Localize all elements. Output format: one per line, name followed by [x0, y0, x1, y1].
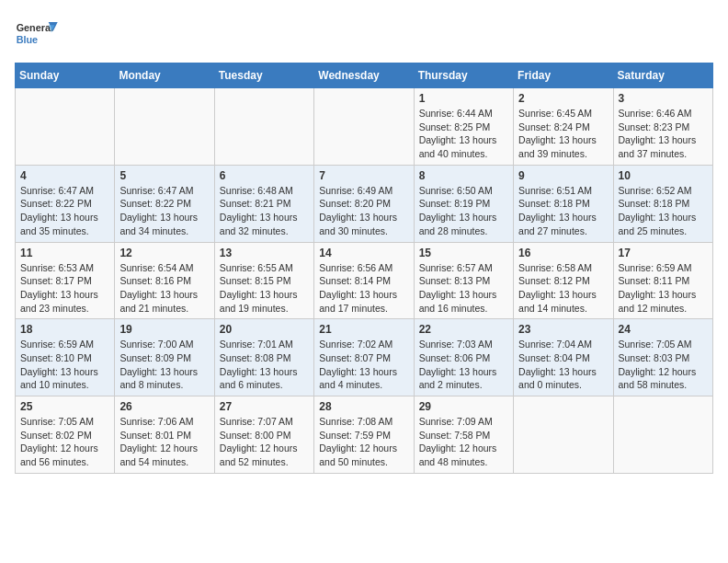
calendar-cell: 21Sunrise: 7:02 AMSunset: 8:07 PMDayligh… [314, 319, 414, 396]
day-number: 8 [419, 169, 508, 182]
day-info: Sunrise: 6:53 AMSunset: 8:17 PMDaylight:… [20, 261, 109, 316]
calendar-cell: 8Sunrise: 6:50 AMSunset: 8:19 PMDaylight… [414, 165, 513, 242]
day-number: 24 [619, 323, 708, 336]
calendar-cell: 27Sunrise: 7:07 AMSunset: 8:00 PMDayligh… [214, 396, 313, 474]
day-number: 15 [419, 247, 508, 259]
day-info: Sunrise: 6:48 AMSunset: 8:21 PMDaylight:… [220, 184, 309, 238]
logo: General Blue [15, 15, 61, 52]
day-number: 17 [619, 247, 708, 259]
day-number: 16 [518, 247, 608, 259]
calendar-cell [314, 88, 414, 166]
day-of-week-header: Sunday [16, 63, 115, 88]
calendar-header: SundayMondayTuesdayWednesdayThursdayFrid… [16, 63, 713, 88]
day-info: Sunrise: 7:07 AMSunset: 8:00 PMDaylight:… [220, 415, 309, 469]
day-info: Sunrise: 6:59 AMSunset: 8:10 PMDaylight:… [20, 338, 109, 392]
day-number: 21 [319, 323, 408, 336]
day-info: Sunrise: 6:47 AMSunset: 8:22 PMDaylight:… [20, 184, 109, 238]
calendar-cell: 3Sunrise: 6:46 AMSunset: 8:23 PMDaylight… [613, 88, 712, 166]
day-number: 20 [220, 323, 309, 336]
calendar-week-row: 11Sunrise: 6:53 AMSunset: 8:17 PMDayligh… [16, 242, 713, 319]
day-number: 25 [20, 400, 109, 413]
day-of-week-header: Tuesday [214, 63, 313, 88]
day-of-week-header: Friday [514, 63, 613, 88]
day-info: Sunrise: 6:52 AMSunset: 8:18 PMDaylight:… [619, 184, 708, 238]
calendar-week-row: 1Sunrise: 6:44 AMSunset: 8:25 PMDaylight… [16, 88, 713, 166]
calendar-cell [514, 396, 613, 474]
day-number: 5 [119, 169, 209, 182]
day-number: 1 [419, 92, 508, 105]
svg-text:Blue: Blue [17, 34, 38, 45]
calendar-cell: 26Sunrise: 7:06 AMSunset: 8:01 PMDayligh… [115, 396, 214, 474]
day-number: 22 [419, 323, 508, 336]
calendar-cell: 15Sunrise: 6:57 AMSunset: 8:13 PMDayligh… [414, 242, 513, 319]
calendar-cell [115, 88, 214, 166]
calendar-cell: 2Sunrise: 6:45 AMSunset: 8:24 PMDaylight… [514, 88, 613, 166]
day-info: Sunrise: 6:44 AMSunset: 8:25 PMDaylight:… [419, 107, 508, 161]
day-of-week-header: Monday [115, 63, 214, 88]
day-number: 14 [319, 247, 408, 259]
calendar: SundayMondayTuesdayWednesdayThursdayFrid… [15, 63, 713, 474]
day-info: Sunrise: 7:06 AMSunset: 8:01 PMDaylight:… [119, 415, 209, 469]
calendar-cell: 7Sunrise: 6:49 AMSunset: 8:20 PMDaylight… [314, 165, 414, 242]
day-number: 4 [20, 169, 109, 182]
calendar-cell: 13Sunrise: 6:55 AMSunset: 8:15 PMDayligh… [214, 242, 313, 319]
day-info: Sunrise: 6:55 AMSunset: 8:15 PMDaylight:… [220, 261, 309, 316]
day-number: 12 [119, 247, 209, 259]
calendar-cell [16, 88, 115, 166]
calendar-cell: 4Sunrise: 6:47 AMSunset: 8:22 PMDaylight… [16, 165, 115, 242]
day-info: Sunrise: 7:09 AMSunset: 7:58 PMDaylight:… [419, 415, 508, 469]
day-info: Sunrise: 6:50 AMSunset: 8:19 PMDaylight:… [419, 184, 508, 238]
day-number: 3 [619, 92, 708, 105]
day-number: 6 [220, 169, 309, 182]
day-of-week-header: Wednesday [314, 63, 414, 88]
day-number: 19 [119, 323, 209, 336]
logo-icon: General Blue [15, 15, 61, 52]
day-number: 13 [220, 247, 309, 259]
day-info: Sunrise: 7:00 AMSunset: 8:09 PMDaylight:… [119, 338, 209, 392]
calendar-cell: 19Sunrise: 7:00 AMSunset: 8:09 PMDayligh… [115, 319, 214, 396]
calendar-cell: 14Sunrise: 6:56 AMSunset: 8:14 PMDayligh… [314, 242, 414, 319]
day-info: Sunrise: 7:01 AMSunset: 8:08 PMDaylight:… [220, 338, 309, 392]
calendar-week-row: 25Sunrise: 7:05 AMSunset: 8:02 PMDayligh… [16, 396, 713, 474]
calendar-week-row: 18Sunrise: 6:59 AMSunset: 8:10 PMDayligh… [16, 319, 713, 396]
day-info: Sunrise: 7:04 AMSunset: 8:04 PMDaylight:… [518, 338, 608, 392]
day-info: Sunrise: 7:08 AMSunset: 7:59 PMDaylight:… [319, 415, 408, 469]
day-number: 11 [20, 247, 109, 259]
svg-text:General: General [17, 22, 53, 33]
day-info: Sunrise: 6:47 AMSunset: 8:22 PMDaylight:… [119, 184, 209, 238]
header: General Blue [15, 15, 713, 52]
day-info: Sunrise: 7:05 AMSunset: 8:02 PMDaylight:… [20, 415, 109, 469]
day-number: 10 [619, 169, 708, 182]
calendar-cell: 9Sunrise: 6:51 AMSunset: 8:18 PMDaylight… [514, 165, 613, 242]
day-info: Sunrise: 6:57 AMSunset: 8:13 PMDaylight:… [419, 261, 508, 316]
calendar-cell: 29Sunrise: 7:09 AMSunset: 7:58 PMDayligh… [414, 396, 513, 474]
calendar-cell: 23Sunrise: 7:04 AMSunset: 8:04 PMDayligh… [514, 319, 613, 396]
day-number: 29 [419, 400, 508, 413]
day-info: Sunrise: 6:56 AMSunset: 8:14 PMDaylight:… [319, 261, 408, 316]
day-info: Sunrise: 7:02 AMSunset: 8:07 PMDaylight:… [319, 338, 408, 392]
day-number: 23 [518, 323, 608, 336]
calendar-cell: 24Sunrise: 7:05 AMSunset: 8:03 PMDayligh… [613, 319, 712, 396]
day-info: Sunrise: 6:51 AMSunset: 8:18 PMDaylight:… [518, 184, 608, 238]
day-info: Sunrise: 6:58 AMSunset: 8:12 PMDaylight:… [518, 261, 608, 316]
calendar-cell: 1Sunrise: 6:44 AMSunset: 8:25 PMDaylight… [414, 88, 513, 166]
day-header-row: SundayMondayTuesdayWednesdayThursdayFrid… [16, 63, 713, 88]
day-info: Sunrise: 6:49 AMSunset: 8:20 PMDaylight:… [319, 184, 408, 238]
calendar-cell: 25Sunrise: 7:05 AMSunset: 8:02 PMDayligh… [16, 396, 115, 474]
day-info: Sunrise: 7:03 AMSunset: 8:06 PMDaylight:… [419, 338, 508, 392]
day-of-week-header: Saturday [613, 63, 712, 88]
day-info: Sunrise: 6:59 AMSunset: 8:11 PMDaylight:… [619, 261, 708, 316]
day-number: 26 [119, 400, 209, 413]
day-number: 7 [319, 169, 408, 182]
calendar-cell [214, 88, 313, 166]
calendar-cell: 22Sunrise: 7:03 AMSunset: 8:06 PMDayligh… [414, 319, 513, 396]
day-number: 18 [20, 323, 109, 336]
day-of-week-header: Thursday [414, 63, 513, 88]
day-info: Sunrise: 7:05 AMSunset: 8:03 PMDaylight:… [619, 338, 708, 392]
day-number: 9 [518, 169, 608, 182]
day-number: 2 [518, 92, 608, 105]
calendar-cell: 12Sunrise: 6:54 AMSunset: 8:16 PMDayligh… [115, 242, 214, 319]
calendar-body: 1Sunrise: 6:44 AMSunset: 8:25 PMDaylight… [16, 88, 713, 474]
day-info: Sunrise: 6:45 AMSunset: 8:24 PMDaylight:… [518, 107, 608, 161]
calendar-cell: 28Sunrise: 7:08 AMSunset: 7:59 PMDayligh… [314, 396, 414, 474]
